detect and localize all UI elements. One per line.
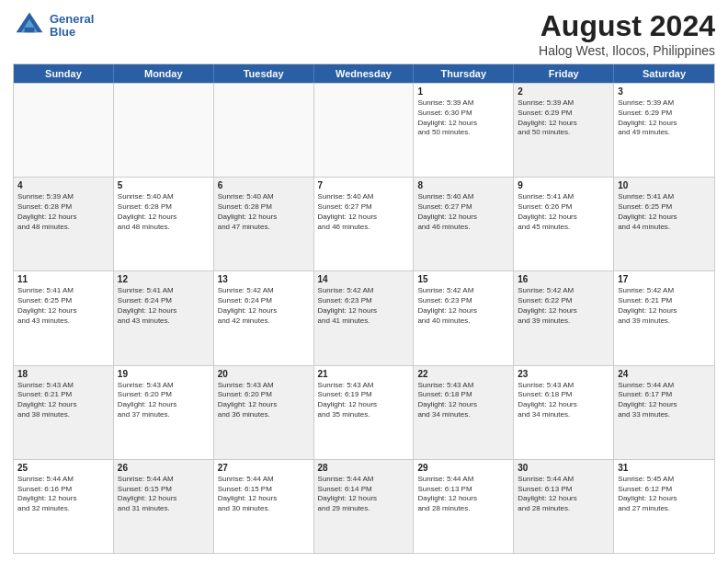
page-title: August 2024	[539, 9, 715, 43]
day-number: 30	[518, 463, 609, 473]
day-cell-22: 22Sunrise: 5:43 AM Sunset: 6:18 PM Dayli…	[414, 366, 514, 459]
day-info: Sunrise: 5:41 AM Sunset: 6:25 PM Dayligh…	[17, 286, 109, 326]
logo-line2: Blue	[50, 26, 94, 39]
day-number: 27	[218, 463, 310, 473]
day-number: 6	[218, 180, 310, 190]
title-block: August 2024 Halog West, Ilocos, Philippi…	[539, 9, 715, 58]
day-number: 2	[518, 86, 609, 97]
weekday-header-tuesday: Tuesday	[214, 64, 314, 83]
empty-cell	[114, 84, 214, 177]
day-info: Sunrise: 5:43 AM Sunset: 6:20 PM Dayligh…	[118, 381, 210, 420]
day-number: 16	[518, 274, 609, 284]
day-cell-6: 6Sunrise: 5:40 AM Sunset: 6:28 PM Daylig…	[214, 178, 314, 270]
day-cell-29: 29Sunrise: 5:44 AM Sunset: 6:13 PM Dayli…	[414, 460, 514, 553]
day-number: 5	[118, 180, 210, 190]
day-cell-15: 15Sunrise: 5:42 AM Sunset: 6:23 PM Dayli…	[414, 271, 514, 364]
day-cell-13: 13Sunrise: 5:42 AM Sunset: 6:24 PM Dayli…	[214, 271, 314, 364]
day-info: Sunrise: 5:41 AM Sunset: 6:26 PM Dayligh…	[518, 192, 609, 232]
day-number: 20	[218, 369, 310, 379]
day-cell-23: 23Sunrise: 5:43 AM Sunset: 6:18 PM Dayli…	[514, 366, 614, 459]
day-cell-31: 31Sunrise: 5:45 AM Sunset: 6:12 PM Dayli…	[614, 460, 714, 553]
day-number: 9	[518, 180, 609, 190]
page: General Blue August 2024 Halog West, Ilo…	[0, 0, 728, 563]
day-cell-1: 1Sunrise: 5:39 AM Sunset: 6:30 PM Daylig…	[414, 84, 514, 177]
day-info: Sunrise: 5:39 AM Sunset: 6:28 PM Dayligh…	[17, 192, 109, 232]
day-info: Sunrise: 5:41 AM Sunset: 6:24 PM Dayligh…	[118, 286, 210, 326]
day-info: Sunrise: 5:42 AM Sunset: 6:23 PM Dayligh…	[417, 286, 509, 326]
day-number: 8	[417, 180, 509, 190]
day-info: Sunrise: 5:43 AM Sunset: 6:21 PM Dayligh…	[17, 381, 109, 420]
day-cell-18: 18Sunrise: 5:43 AM Sunset: 6:21 PM Dayli…	[14, 366, 114, 459]
day-cell-9: 9Sunrise: 5:41 AM Sunset: 6:26 PM Daylig…	[514, 178, 614, 270]
page-subtitle: Halog West, Ilocos, Philippines	[539, 43, 715, 58]
day-cell-19: 19Sunrise: 5:43 AM Sunset: 6:20 PM Dayli…	[114, 366, 214, 459]
empty-cell	[314, 84, 415, 177]
day-info: Sunrise: 5:40 AM Sunset: 6:28 PM Dayligh…	[118, 192, 210, 232]
logo: General Blue	[13, 9, 94, 42]
day-number: 21	[318, 369, 410, 379]
day-info: Sunrise: 5:39 AM Sunset: 6:30 PM Dayligh…	[417, 98, 509, 138]
day-number: 25	[17, 463, 109, 473]
day-cell-25: 25Sunrise: 5:44 AM Sunset: 6:16 PM Dayli…	[14, 460, 114, 553]
logo-line1: General	[50, 13, 94, 26]
day-number: 12	[118, 274, 210, 284]
day-cell-10: 10Sunrise: 5:41 AM Sunset: 6:25 PM Dayli…	[614, 178, 714, 270]
day-info: Sunrise: 5:39 AM Sunset: 6:29 PM Dayligh…	[618, 98, 711, 138]
day-info: Sunrise: 5:43 AM Sunset: 6:19 PM Dayligh…	[318, 381, 410, 420]
weekday-header-friday: Friday	[514, 64, 614, 83]
day-info: Sunrise: 5:39 AM Sunset: 6:29 PM Dayligh…	[518, 98, 609, 138]
day-cell-28: 28Sunrise: 5:44 AM Sunset: 6:14 PM Dayli…	[314, 460, 415, 553]
day-number: 3	[618, 86, 711, 97]
calendar-header: SundayMondayTuesdayWednesdayThursdayFrid…	[14, 64, 714, 83]
day-cell-21: 21Sunrise: 5:43 AM Sunset: 6:19 PM Dayli…	[314, 366, 415, 459]
day-number: 31	[618, 463, 711, 473]
calendar-row-0: 1Sunrise: 5:39 AM Sunset: 6:30 PM Daylig…	[14, 83, 714, 177]
day-cell-4: 4Sunrise: 5:39 AM Sunset: 6:28 PM Daylig…	[14, 178, 114, 270]
weekday-header-thursday: Thursday	[414, 64, 514, 83]
day-info: Sunrise: 5:44 AM Sunset: 6:15 PM Dayligh…	[118, 475, 210, 514]
weekday-header-wednesday: Wednesday	[314, 64, 415, 83]
header: General Blue August 2024 Halog West, Ilo…	[13, 9, 715, 58]
day-info: Sunrise: 5:44 AM Sunset: 6:17 PM Dayligh…	[618, 381, 711, 420]
day-cell-5: 5Sunrise: 5:40 AM Sunset: 6:28 PM Daylig…	[114, 178, 214, 270]
day-cell-30: 30Sunrise: 5:44 AM Sunset: 6:13 PM Dayli…	[514, 460, 614, 553]
day-cell-7: 7Sunrise: 5:40 AM Sunset: 6:27 PM Daylig…	[314, 178, 415, 270]
day-number: 13	[218, 274, 310, 284]
calendar-row-3: 18Sunrise: 5:43 AM Sunset: 6:21 PM Dayli…	[14, 365, 714, 459]
day-cell-3: 3Sunrise: 5:39 AM Sunset: 6:29 PM Daylig…	[614, 84, 714, 177]
day-info: Sunrise: 5:40 AM Sunset: 6:28 PM Dayligh…	[218, 192, 310, 232]
weekday-header-saturday: Saturday	[614, 64, 714, 83]
day-info: Sunrise: 5:45 AM Sunset: 6:12 PM Dayligh…	[618, 475, 711, 514]
calendar: SundayMondayTuesdayWednesdayThursdayFrid…	[13, 63, 715, 554]
svg-rect-2	[25, 28, 35, 32]
day-info: Sunrise: 5:40 AM Sunset: 6:27 PM Dayligh…	[417, 192, 509, 232]
day-info: Sunrise: 5:42 AM Sunset: 6:24 PM Dayligh…	[218, 286, 310, 326]
day-number: 23	[518, 369, 609, 379]
weekday-header-sunday: Sunday	[14, 64, 114, 83]
day-cell-14: 14Sunrise: 5:42 AM Sunset: 6:23 PM Dayli…	[314, 271, 415, 364]
day-info: Sunrise: 5:44 AM Sunset: 6:14 PM Dayligh…	[318, 475, 410, 514]
day-number: 1	[417, 86, 509, 97]
day-cell-12: 12Sunrise: 5:41 AM Sunset: 6:24 PM Dayli…	[114, 271, 214, 364]
day-info: Sunrise: 5:43 AM Sunset: 6:18 PM Dayligh…	[417, 381, 509, 420]
day-number: 4	[17, 180, 109, 190]
day-info: Sunrise: 5:43 AM Sunset: 6:20 PM Dayligh…	[218, 381, 310, 420]
day-number: 24	[618, 369, 711, 379]
day-cell-20: 20Sunrise: 5:43 AM Sunset: 6:20 PM Dayli…	[214, 366, 314, 459]
day-number: 15	[417, 274, 509, 284]
day-info: Sunrise: 5:42 AM Sunset: 6:22 PM Dayligh…	[518, 286, 609, 326]
day-info: Sunrise: 5:44 AM Sunset: 6:15 PM Dayligh…	[218, 475, 310, 514]
day-cell-11: 11Sunrise: 5:41 AM Sunset: 6:25 PM Dayli…	[14, 271, 114, 364]
day-info: Sunrise: 5:42 AM Sunset: 6:21 PM Dayligh…	[618, 286, 711, 326]
empty-cell	[214, 84, 314, 177]
day-number: 7	[318, 180, 410, 190]
day-cell-24: 24Sunrise: 5:44 AM Sunset: 6:17 PM Dayli…	[614, 366, 714, 459]
day-number: 11	[17, 274, 109, 284]
day-info: Sunrise: 5:40 AM Sunset: 6:27 PM Dayligh…	[318, 192, 410, 232]
day-number: 10	[618, 180, 711, 190]
day-cell-16: 16Sunrise: 5:42 AM Sunset: 6:22 PM Dayli…	[514, 271, 614, 364]
day-cell-26: 26Sunrise: 5:44 AM Sunset: 6:15 PM Dayli…	[114, 460, 214, 553]
day-number: 19	[118, 369, 210, 379]
day-number: 14	[318, 274, 410, 284]
day-info: Sunrise: 5:44 AM Sunset: 6:16 PM Dayligh…	[17, 475, 109, 514]
